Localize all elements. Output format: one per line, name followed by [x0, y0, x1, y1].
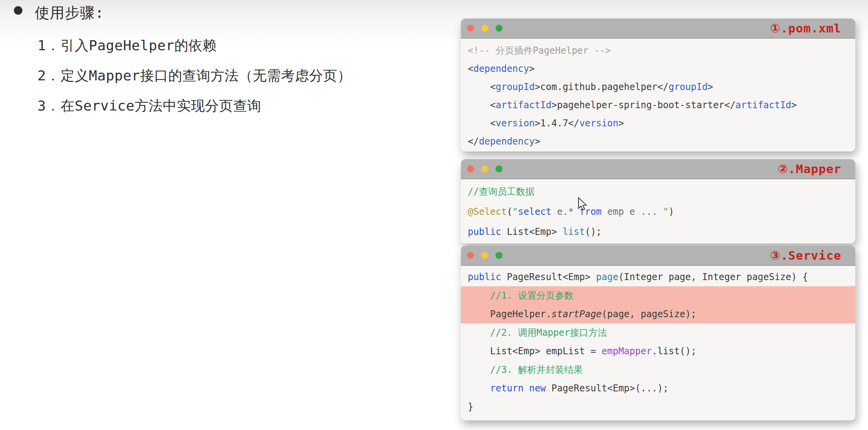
list-item-number: 1．	[37, 36, 61, 55]
list-item: 1．引入PageHelper的依赖	[37, 36, 217, 55]
code-line: //查询员工数据	[461, 182, 855, 202]
code-line: //2. 调用Mapper接口方法	[461, 323, 855, 342]
list-item: 3．在Service方法中实现分页查询	[37, 97, 261, 116]
list-item-number: 2．	[37, 66, 61, 85]
titlebar: ①.pom.xml	[461, 19, 855, 39]
code-content: <!-- 分页插件PageHelper --><dependency> <gro…	[461, 39, 855, 151]
code-window-pom-xml: ①.pom.xml <!-- 分页插件PageHelper --><depend…	[461, 19, 855, 151]
list-item: 2．定义Mapper接口的查询方法（无需考虑分页）	[37, 66, 352, 85]
close-button-icon[interactable]	[467, 252, 474, 259]
window-title: ①.pom.xml	[770, 21, 841, 35]
code-line: PageHelper.startPage(page, pageSize);	[461, 305, 855, 323]
list-item-text: 定义Mapper接口的查询方法（无需考虑分页）	[61, 66, 352, 85]
minimize-button-icon[interactable]	[481, 165, 488, 172]
code-line: </dependency>	[461, 133, 855, 151]
close-button-icon[interactable]	[467, 165, 474, 172]
list-item-text: 引入PageHelper的依赖	[61, 36, 217, 55]
code-line: <dependency>	[461, 60, 855, 78]
window-title: ②.Mapper	[778, 162, 841, 176]
list-item-number: 3．	[37, 97, 61, 116]
code-line: //1. 设置分页参数	[461, 286, 855, 305]
code-line: <groupId>com.github.pagehelper</groupId>	[461, 78, 855, 96]
code-window-mapper: ②.Mapper //查询员工数据@Select("select e.* fro…	[461, 159, 855, 243]
titlebar: ③.Service	[461, 246, 855, 266]
code-line: @Select("select e.* from emp e ... ")	[461, 202, 855, 222]
close-button-icon[interactable]	[467, 25, 474, 32]
maximize-button-icon[interactable]	[496, 25, 503, 32]
code-line: <version>1.4.7</version>	[461, 114, 855, 133]
maximize-button-icon[interactable]	[496, 165, 503, 172]
window-title: ③.Service	[770, 248, 841, 262]
traffic-lights	[467, 165, 503, 172]
code-content: public PageResult<Emp> page(Integer page…	[461, 266, 855, 420]
notes-panel: 使用步骤: 1．引入PageHelper的依赖2．定义Mapper接口的查询方法…	[0, 0, 459, 430]
code-line: public PageResult<Emp> page(Integer page…	[461, 268, 855, 286]
traffic-lights	[467, 25, 503, 32]
code-line: List<Emp> empList = empMapper.list();	[461, 342, 855, 360]
minimize-button-icon[interactable]	[481, 252, 488, 259]
minimize-button-icon[interactable]	[481, 25, 488, 32]
maximize-button-icon[interactable]	[496, 252, 503, 259]
code-content: //查询员工数据@Select("select e.* from emp e .…	[461, 179, 855, 243]
list-item-text: 在Service方法中实现分页查询	[61, 97, 261, 116]
code-line: <artifactId>pagehelper-spring-boot-start…	[461, 96, 855, 114]
mouse-cursor-icon	[577, 197, 589, 212]
code-line: <!-- 分页插件PageHelper -->	[461, 42, 855, 60]
code-line: public List<Emp> list();	[461, 222, 855, 242]
code-window-service: ③.Service public PageResult<Emp> page(In…	[461, 246, 855, 420]
traffic-lights	[467, 252, 503, 259]
code-line: return new PageResult<Emp>(...);	[461, 379, 855, 398]
code-line: }	[461, 398, 855, 416]
titlebar: ②.Mapper	[461, 159, 855, 179]
notes-list: 1．引入PageHelper的依赖2．定义Mapper接口的查询方法（无需考虑分…	[0, 0, 459, 430]
code-line: //3. 解析并封装结果	[461, 360, 855, 379]
